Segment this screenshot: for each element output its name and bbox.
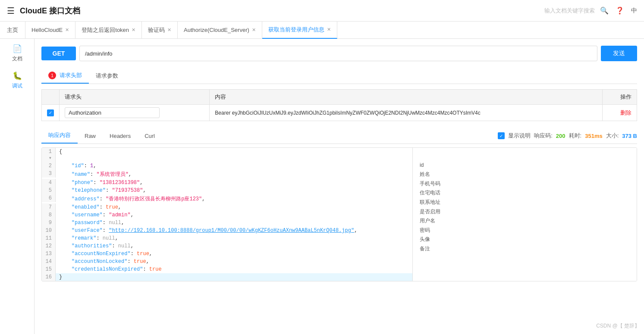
url-bar: GET 发送 [41,46,637,61]
top-bar: ☰ CloudE 接口文档 输入文档关键字搜索 🔍 ❓ 中 [0,0,644,22]
tab-login-token[interactable]: 登陆之后返回token ✕ [75,22,142,39]
desc-password: 密码 [420,226,630,235]
response-meta: ✓ 显示说明 响应码: 200 耗时: 351ms 大小: 373 B [498,132,637,140]
header-badge: 1 [48,72,56,79]
method-badge: GET [41,47,76,60]
close-tab-login[interactable]: ✕ [132,27,135,33]
close-tab-authorize[interactable]: ✕ [252,27,256,33]
req-tab-headers[interactable]: 1 请求头部 [41,68,89,84]
search-placeholder-text: 输入文档关键字搜索 [544,7,595,15]
watermark: CSDN @【 楚辞】 [596,322,640,330]
col-header-name: 请求头 [60,90,210,105]
desc-telephone: 住宅电话 [420,188,630,198]
send-button[interactable]: 发送 [601,46,637,61]
tab-home[interactable]: 主页 [0,22,25,39]
response-code: 200 [556,133,565,139]
tab-authorize[interactable]: Authorize(CloudE_Server) ✕ [178,22,262,39]
tabs-bar: 主页 HelloCloudE ✕ 登陆之后返回token ✕ 验证码 ✕ Aut… [0,22,644,39]
code-line-6: 6 "address": "香港特别行政区强县长寿柳州路p座123", [42,194,412,203]
desc-name: 姓名 [420,170,630,179]
close-tab-verify[interactable]: ✕ [167,27,171,33]
req-tab-params[interactable]: 请求参数 [89,69,125,83]
code-line-1: 1 ▾ { [42,148,412,162]
debug-icon: 🐛 [13,71,22,81]
code-line-9: 9 "password": null, [42,219,412,227]
res-tab-headers[interactable]: Headers [103,129,138,143]
content-area: GET 发送 1 请求头部 请求参数 请求头 内容 操作 [35,39,644,334]
code-line-15: 15 "credentialsNonExpired": true [42,265,412,273]
res-tab-body[interactable]: 响应内容 [41,128,78,144]
size-label: 大小: [606,132,619,140]
res-tab-raw[interactable]: Raw [78,129,103,143]
response-tabs: 响应内容 Raw Headers Curl ✓ 显示说明 响应码: 200 耗时… [41,128,637,144]
response-size: 373 B [622,133,637,139]
tab-user-info[interactable]: 获取当前登录用户信息 ✕ [262,22,337,39]
desc-enabled: 是否启用 [420,207,630,217]
search-area: 输入文档关键字搜索 [544,7,595,15]
desc-phone: 手机号码 [420,179,630,189]
desc-username: 用户名 [420,216,630,226]
request-tabs: 1 请求头部 请求参数 [41,68,637,84]
header-name-input[interactable] [65,107,160,118]
desc-id: id [420,161,630,170]
code-left-panel: 1 ▾ { 2 "id": 1, 3 "name": "系统管理员", 4 [42,148,413,281]
res-tab-curl[interactable]: Curl [138,129,162,143]
tab-verify-code[interactable]: 验证码 ✕ [142,22,178,39]
help-icon[interactable]: ❓ [616,6,624,15]
sidebar: 📄 文档 🐛 调试 [0,39,35,334]
lang-switch[interactable]: 中 [631,7,637,15]
code-line-14: 14 "accountNonLocked": true, [42,258,412,265]
code-line-5: 5 "telephone": "71937538", [42,187,412,194]
tab-hello-cloude[interactable]: HelloCloudE ✕ [25,22,75,39]
show-desc-label: 显示说明 [508,132,531,140]
search-icon[interactable]: 🔍 [600,6,609,15]
request-headers-table: 请求头 内容 操作 ✓ Bearer eyJhbGciOiJIUzUxMiJ9.… [41,89,637,121]
code-line-11: 11 "remark": null, [42,234,412,242]
header-content-cell: Bearer eyJhbGciOiJIUzUxMiJ9.eyJzdWIiOiJh… [210,105,603,121]
sidebar-item-debug[interactable]: 🐛 调试 [12,71,22,90]
code-right-descriptions: id 姓名 手机号码 住宅电话 联系地址 是否启用 用户名 密码 头像 备注 [413,148,637,281]
code-line-16: 16 } [42,273,412,281]
delete-row-button[interactable]: 删除 [620,109,631,116]
sidebar-item-docs[interactable]: 📄 文档 [12,44,22,62]
col-checkbox [42,90,60,105]
code-line-7: 7 "enabled": true, [42,203,412,211]
code-line-13: 13 "accountNonExpired": true, [42,250,412,258]
code-line-12: 12 "authorities": null, [42,242,412,250]
code-panel: 1 ▾ { 2 "id": 1, 3 "name": "系统管理员", 4 [41,147,637,281]
code-line-10: 10 "userFace": "http://192.168.10.100:88… [42,227,412,234]
desc-address: 联系地址 [420,198,630,207]
col-content: 内容 [210,90,603,105]
code-line-8: 8 "username": "admin", [42,211,412,219]
close-tab-user-info[interactable]: ✕ [327,27,331,32]
time-label: 耗时: [569,132,582,140]
row-checkbox[interactable]: ✓ [47,109,54,116]
code-line-4: 4 "phone": "13812361398", [42,179,412,187]
desc-userface: 头像 [420,235,630,244]
top-icons: 🔍 ❓ 中 [600,6,637,15]
code-label: 响应码: [534,132,553,140]
code-line-2: 2 "id": 1, [42,162,412,170]
app-logo: CloudE 接口文档 [20,6,539,16]
main-layout: 📄 文档 🐛 调试 GET 发送 1 请求头部 请求参数 [0,39,644,334]
menu-icon[interactable]: ☰ [7,6,15,16]
col-action: 操作 [603,90,637,105]
code-line-3: 3 "name": "系统管理员", [42,170,412,179]
url-input[interactable] [79,46,597,61]
table-row: ✓ Bearer eyJhbGciOiJIUzUxMiJ9.eyJzdWIiOi… [42,105,637,121]
docs-icon: 📄 [13,44,22,53]
show-desc-checkbox[interactable]: ✓ [498,132,505,139]
response-time: 351ms [585,133,602,139]
desc-remark: 备注 [420,244,630,254]
close-tab-hello[interactable]: ✕ [65,27,69,33]
